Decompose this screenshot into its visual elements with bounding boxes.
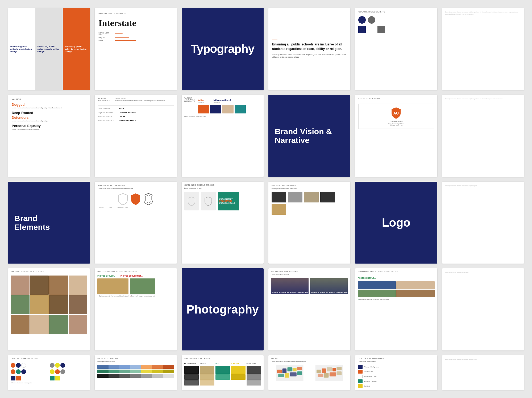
palette-col-3: TEAL: [215, 363, 230, 386]
font-weight-bar-regular: [115, 37, 129, 38]
photo-ex-2: [130, 278, 155, 294]
r4c6-text: Lorem ipsum dolor sit amet consectetur.: [445, 272, 521, 273]
photo-cell-6: [30, 295, 49, 314]
font-weight-row-light: Light & Light Italic: [98, 32, 173, 36]
photo-cell-12: [69, 315, 88, 334]
outlined-shield-desc: Lorem ipsum dolor sit amet.: [184, 187, 261, 189]
card-brand-elements: BrandElements: [8, 182, 90, 264]
photo-ex2-1: [358, 281, 396, 289]
assign-swatch-yellow: [358, 384, 363, 388]
color-assign-inner: Color Assignments Lorem ipsum dolor sit …: [355, 355, 437, 390]
font-weight-label-black: Black: [98, 40, 113, 41]
brand-elements-title: BrandElements: [14, 214, 50, 231]
photo-should-header: PHOTOS SHOULD... PHOTOS SHOULD NOT...: [97, 275, 174, 277]
swatch-blue-4: [130, 365, 141, 369]
geo-img-2: [288, 192, 302, 202]
photo-dark-inner: Photography: [182, 268, 264, 350]
palette-swatch-yellow2: [231, 374, 245, 380]
color-acc-label: Color Accessibility: [358, 11, 434, 13]
palette-col-1-label: BLACK BLOCK: [184, 363, 199, 365]
font-weight-label-light: Light & Light Italic: [98, 32, 113, 36]
target-mat-img-4: [235, 105, 246, 113]
photo-ex2-4: [396, 290, 434, 297]
data-viz-desc: Lorem ipsum dolor sit amet.: [97, 361, 174, 363]
svg-rect-18: [324, 373, 329, 378]
photo-title: Photography: [186, 303, 259, 316]
shield-placeholder-2: [201, 192, 216, 210]
assign-label-white: Background / Text: [364, 376, 376, 377]
svg-rect-15: [332, 368, 336, 371]
r5c6-inner: Lorem ipsum dolor sit amet consectetur a…: [442, 355, 524, 390]
photo-cell-10: [30, 315, 49, 334]
target-row-core: Core Audience Base: [98, 107, 173, 110]
target-mat-millennial: Millennials/Gen-Z Primary &...: [214, 97, 231, 103]
palette-swatch-gray2: [247, 374, 261, 380]
cc-square-yellow-6: [55, 376, 60, 380]
font-weights: Light & Light Italic Regular Black: [98, 32, 173, 41]
swatch-dark-1: [97, 374, 108, 378]
card-photo-core2: Photography Core Principles PHOTOS SHOUL…: [355, 268, 437, 350]
shield-caption-1: Outlined: [98, 207, 103, 208]
target-row-stretch2: Stretch Audience 2 Millennials/Gen-Z: [98, 119, 173, 122]
swatch-dark-4: [130, 374, 141, 378]
value-defenders-desc: Lorem ipsum dolor sit amet consectetur a…: [12, 120, 86, 122]
gradient-inner: Gradient Treatment Lorem ipsum dolor sit…: [268, 268, 350, 350]
shield-dark-svg: [143, 193, 153, 205]
color-assign-desc: Lorem ipsum dolor sit amet.: [358, 361, 434, 363]
color-navy-square: [358, 26, 366, 33]
target-label-core: Core Audience: [98, 108, 117, 109]
cc-row-6: [50, 376, 87, 380]
geo-shapes-inner: Geometric Shapes Lorem ipsum dolor sit a…: [268, 182, 350, 264]
brand-fonts-slide: Brand Fonts Primary Interstate Light & L…: [95, 8, 177, 90]
color-gray-square: [377, 26, 385, 33]
shield-overview-inner: The Shield Overview Lorem ipsum dolor si…: [95, 182, 177, 264]
color-acc-row1: [358, 16, 434, 24]
photo-grid: [11, 276, 87, 334]
cc-circle-white-1: [21, 363, 26, 368]
cc-circle-navy-2: [60, 363, 65, 368]
photo-cell-8: [69, 295, 88, 314]
swatch-row-1: [97, 365, 174, 369]
brand-fonts-name: Interstate: [98, 18, 173, 28]
assign-label-teal: Secondary Accent: [364, 380, 376, 382]
photo-cell-5: [11, 295, 30, 314]
photo-core-inner: Photography Core Principles PHOTOS SHOUL…: [95, 268, 177, 350]
target-mat-millennial-sub: Primary &...: [214, 102, 231, 103]
logo-placement-label: Logo Placement: [358, 98, 434, 100]
card-brand-fonts: Brand Fonts Primary Interstate Light & L…: [95, 8, 177, 90]
swatch-yellow-1: [141, 370, 152, 373]
palette-col-4-label: SUNGLOW: [231, 363, 245, 365]
target-aud-right-sub1: WHAT TO SAY: [115, 98, 165, 99]
shield-placeholder-svg-2: [204, 196, 212, 206]
swatch-dark-7: [163, 374, 174, 378]
assign-row-1: Primary / Background: [358, 365, 434, 369]
photo-core2-text: Be diverse in both environment and indiv…: [359, 298, 389, 300]
palette-swatch-black: [184, 366, 199, 374]
card-influencing-policy: Influencing public policy to create last…: [8, 8, 90, 90]
photo-core2-caption: ● Be diverse in both environment and ind…: [358, 298, 434, 300]
card-outlined-shield: Outlined Shield Usage Lorem ipsum dolor …: [182, 182, 264, 264]
target-value-core: Base: [119, 107, 124, 110]
photo-caption-2: ● Feel overly staged or overtly patrioti…: [130, 295, 155, 297]
font-weight-bar-light: [115, 33, 123, 34]
swatch-orange-1: [141, 365, 152, 369]
palette-swatch-gray3: [247, 380, 261, 386]
cc-circle-gray-2: [50, 363, 55, 368]
target-row-stretch1: Stretch Audience 1 Latinx: [98, 115, 173, 118]
swatch-dark-6: [152, 374, 163, 378]
card-color-assignments: Color Assignments Lorem ipsum dolor sit …: [355, 355, 437, 390]
assign-row-2: Accent / CTA: [358, 370, 434, 374]
color-assign-label: Color Assignments: [358, 357, 434, 360]
swatch-blue-2: [109, 365, 119, 369]
logo-box: AU Americans United Logo placement guide…: [358, 104, 434, 129]
value-defenders: Defenders: [12, 116, 86, 120]
gradient-img-1: Freedom of Religion is a Shield for Prev…: [271, 278, 309, 294]
card-geometric-shapes: Geometric Shapes Lorem ipsum dolor sit a…: [268, 182, 350, 264]
photo-ex2-3: [358, 290, 396, 297]
value-personal-equality-desc: Lorem ipsum dolor sit amet consectetur.: [12, 129, 86, 131]
card-logo-placement: Logo Placement AU Americans United Logo …: [355, 95, 437, 177]
logo-placement-inner: Logo Placement AU Americans United Logo …: [355, 95, 437, 177]
photo-cell-3: [49, 276, 68, 295]
cc-circle-yellow-2: [55, 363, 60, 368]
r3c6-inner: Lorem ipsum dolor sit amet consectetur a…: [442, 182, 524, 264]
